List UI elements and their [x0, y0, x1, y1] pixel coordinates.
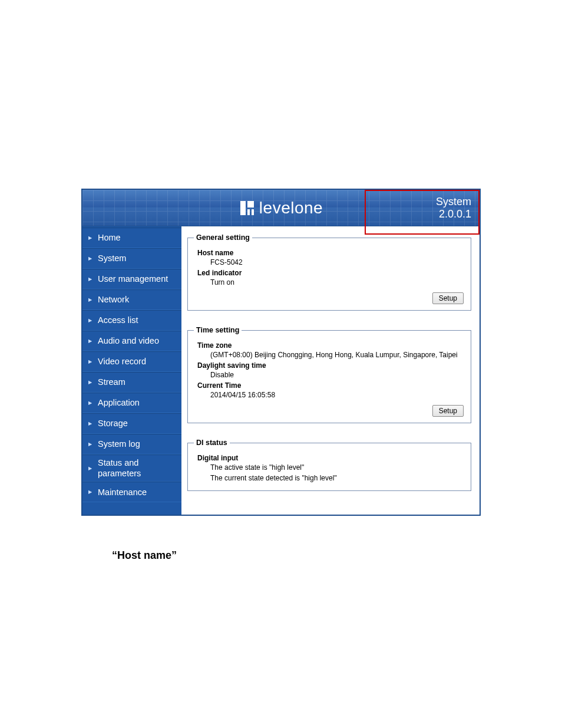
chevron-right-icon: ▶	[88, 338, 92, 344]
digital-input-current-state: The current state detected is "high leve…	[210, 474, 464, 482]
chevron-right-icon: ▶	[88, 380, 92, 385]
chevron-right-icon: ▶	[88, 256, 92, 261]
sidebar-item-label: System log	[98, 439, 140, 449]
sidebar-item-label: User management	[98, 274, 168, 284]
chevron-right-icon: ▶	[88, 489, 92, 495]
time-setup-button[interactable]: Setup	[432, 405, 464, 417]
chevron-right-icon: ▶	[88, 466, 92, 471]
levelone-logo-icon	[239, 200, 256, 216]
dst-value: Disable	[210, 371, 464, 379]
sidebar-item-access-list[interactable]: ▶Access list	[82, 310, 181, 331]
chevron-right-icon: ▶	[88, 276, 92, 282]
app-frame: levelone System 2.0.0.1 ▶Home ▶System ▶U…	[81, 189, 481, 516]
sidebar-item-stream[interactable]: ▶Stream	[82, 372, 181, 393]
sidebar-item-label: Storage	[98, 418, 128, 429]
brand-logo: levelone	[239, 199, 323, 218]
main-area: ▶Home ▶System ▶User management ▶Network …	[82, 226, 480, 515]
version-number: 2.0.0.1	[436, 208, 471, 220]
time-setting-panel: Time setting Time zone (GMT+08:00) Beiji…	[187, 326, 471, 423]
timezone-label: Time zone	[197, 341, 464, 350]
host-name-value: FCS-5042	[210, 258, 464, 266]
version-label: System	[436, 196, 471, 208]
chevron-right-icon: ▶	[88, 235, 92, 241]
current-time-label: Current Time	[197, 381, 464, 390]
content-panel: General setting Host name FCS-5042 Led i…	[181, 226, 480, 515]
chevron-right-icon: ▶	[88, 297, 92, 302]
sidebar-item-label: Home	[98, 232, 121, 243]
chevron-right-icon: ▶	[88, 400, 92, 406]
host-name-label: Host name	[197, 249, 464, 257]
version-highlight-box: System 2.0.0.1	[365, 190, 480, 235]
sidebar-item-video-record[interactable]: ▶Video record	[82, 351, 181, 372]
led-indicator-value: Turn on	[210, 278, 464, 286]
di-status-panel: DI status Digital input The active state…	[187, 439, 471, 491]
svg-rect-1	[247, 201, 254, 207]
svg-rect-0	[240, 201, 246, 215]
svg-rect-3	[252, 209, 254, 215]
timezone-value: (GMT+08:00) Beijing Chongging, Hong Hong…	[210, 351, 464, 359]
sidebar-item-user-management[interactable]: ▶User management	[82, 269, 181, 289]
brand-text: levelone	[259, 199, 323, 218]
time-setting-legend: Time setting	[194, 326, 242, 334]
chevron-right-icon: ▶	[88, 318, 92, 323]
sidebar-item-home[interactable]: ▶Home	[82, 228, 181, 248]
sidebar-item-label: Stream	[98, 377, 125, 387]
sidebar-item-label: Network	[98, 294, 129, 305]
page-caption-host-name: “Host name”	[112, 549, 177, 562]
chevron-right-icon: ▶	[88, 442, 92, 447]
general-setting-panel: General setting Host name FCS-5042 Led i…	[187, 233, 471, 311]
sidebar-item-label: Maintenance	[98, 487, 147, 498]
sidebar-item-label: Status and parameters	[98, 457, 178, 479]
sidebar-item-system[interactable]: ▶System	[82, 248, 181, 269]
sidebar-item-label: Video record	[98, 356, 146, 367]
di-status-legend: DI status	[194, 439, 230, 447]
sidebar-item-network[interactable]: ▶Network	[82, 289, 181, 310]
current-time-value: 2014/04/15 16:05:58	[210, 391, 464, 399]
general-setup-button[interactable]: Setup	[432, 292, 464, 304]
chevron-right-icon: ▶	[88, 421, 92, 426]
sidebar-item-label: System	[98, 253, 126, 263]
digital-input-label: Digital input	[197, 454, 464, 462]
sidebar-nav: ▶Home ▶System ▶User management ▶Network …	[82, 226, 181, 515]
svg-rect-2	[247, 209, 250, 215]
sidebar-item-storage[interactable]: ▶Storage	[82, 413, 181, 434]
sidebar-item-label: Access list	[98, 315, 138, 325]
header-banner: levelone System 2.0.0.1	[82, 190, 480, 226]
sidebar-item-label: Audio and video	[98, 335, 159, 346]
sidebar-item-label: Application	[98, 397, 140, 408]
dst-label: Daylight saving time	[197, 361, 464, 370]
sidebar-item-maintenance[interactable]: ▶Maintenance	[82, 482, 181, 502]
chevron-right-icon: ▶	[88, 359, 92, 364]
digital-input-active-state: The active state is "high level"	[210, 463, 464, 472]
led-indicator-label: Led indicator	[197, 269, 464, 277]
sidebar-item-application[interactable]: ▶Application	[82, 393, 181, 413]
sidebar-item-status-parameters[interactable]: ▶Status and parameters	[82, 454, 181, 482]
sidebar-item-audio-video[interactable]: ▶Audio and video	[82, 331, 181, 351]
sidebar-item-system-log[interactable]: ▶System log	[82, 434, 181, 454]
general-setting-legend: General setting	[194, 233, 252, 242]
